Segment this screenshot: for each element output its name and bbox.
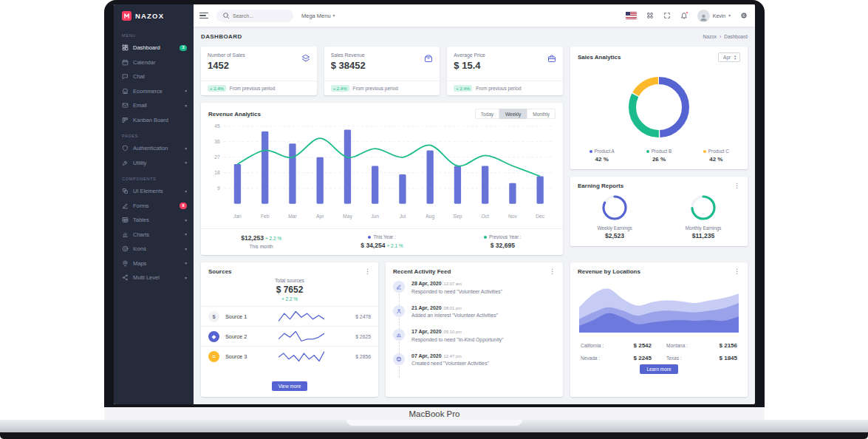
sidebar-nav: MENUDashboard3CalendarChatEcommerce▾Emai… <box>114 27 194 285</box>
revenue-series-delta: + 2.1 % <box>386 243 403 248</box>
source-row-source-1[interactable]: $Source 1$ 2478 <box>201 306 378 326</box>
view-more-button[interactable]: View more <box>272 381 308 391</box>
location-value: $ 2542 <box>634 342 652 349</box>
activity-time: 08:01 pm <box>444 306 462 310</box>
chart-2-icon <box>393 329 405 341</box>
activity-item: 28 Apr, 202012:07 amResponded to need "V… <box>393 281 556 305</box>
calendar-icon <box>122 59 129 66</box>
brand[interactable]: NAZOX <box>114 4 194 27</box>
svg-text:Dec: Dec <box>536 214 545 219</box>
user-menu[interactable]: Kevin ▾ <box>697 10 731 22</box>
breadcrumb-app[interactable]: Nazox <box>703 34 717 39</box>
activity-feed-card: Recent Activity Feed ⋮ 28 Apr, 202012:07… <box>386 262 563 397</box>
source-value: $ 2856 <box>344 354 371 359</box>
range-button-weekly[interactable]: Weekly <box>499 109 527 119</box>
sidebar-item-forms[interactable]: Forms8 <box>114 199 194 214</box>
sidebar-item-authentication[interactable]: Authentication▾ <box>114 141 194 156</box>
stat-card-value: 1452 <box>208 60 245 71</box>
revenue-footer-stat: $12,253+ 2.2 %This month <box>201 234 321 249</box>
location-stat-nevada-: Nevada :$ 2245 <box>581 355 652 361</box>
apps-grid-icon[interactable] <box>646 12 654 19</box>
laptop-bezel: NAZOX MENUDashboard3CalendarChatEcommerc… <box>104 0 765 407</box>
revenue-by-locations-title: Revenue by Locations <box>578 268 640 275</box>
legend-dot-icon <box>646 150 649 153</box>
icons-icon <box>122 245 129 252</box>
activity-date: 21 Apr, 202008:01 pm <box>411 305 556 310</box>
gear-icon[interactable] <box>740 12 748 19</box>
source-row-source-2[interactable]: ◆Source 2$ 2625 <box>201 326 378 346</box>
bell-icon[interactable] <box>680 12 688 19</box>
earning-value: $2,523 <box>570 232 659 239</box>
source-sparkline <box>258 330 344 343</box>
laptop-base <box>0 420 868 432</box>
sidebar-item-chat[interactable]: Chat <box>114 69 194 84</box>
sidebar-item-maps[interactable]: Maps▾ <box>114 256 194 271</box>
location-stat-montana-: Montana :$ 2156 <box>666 342 737 349</box>
activity-time: 12:47 pm <box>444 354 462 358</box>
stat-delta-badge: + 2.4% <box>454 85 472 92</box>
chevron-down-icon: ▾ <box>185 160 187 165</box>
activity-date: 28 Apr, 202012:07 am <box>411 281 556 286</box>
legend-value: 26 % <box>630 156 687 163</box>
activity-item: 17 Apr, 202005:10 pmResponded to need "I… <box>393 329 556 353</box>
search-icon <box>222 12 230 19</box>
sidebar-item-utility[interactable]: Utility▾ <box>114 156 194 171</box>
sidebar-item-email[interactable]: Email▾ <box>114 98 194 113</box>
series-dot-icon <box>368 236 371 239</box>
svg-text:Sep: Sep <box>453 214 462 220</box>
sidebar-item-ui-elements[interactable]: UI Elements▾ <box>114 184 194 199</box>
legend-label: Product C <box>708 149 729 154</box>
sidebar-item-tables[interactable]: Tables▾ <box>114 213 194 228</box>
sidebar-item-label: Kanban Board <box>133 117 187 123</box>
sidebar-item-kanban-board[interactable]: Kanban Board <box>114 113 194 128</box>
location-label: Texas : <box>666 355 682 361</box>
source-sparkline <box>258 310 344 323</box>
device-label: MacBook Pro <box>409 409 459 418</box>
sidebar-item-calendar[interactable]: Calendar <box>114 55 194 70</box>
search-box <box>216 10 293 22</box>
activity-list: 28 Apr, 202012:07 amResponded to need "V… <box>386 278 563 377</box>
chevron-down-icon: ▾ <box>185 247 187 251</box>
legend-item-product-c: Product C42 % <box>688 149 745 163</box>
source-2-icon: ◆ <box>208 331 219 342</box>
legend-label: Product A <box>595 149 615 154</box>
revenue-analytics-card: Revenue Analytics TodayWeeklyMonthly 918… <box>201 103 563 255</box>
kebab-menu-icon[interactable]: ⋮ <box>734 268 740 275</box>
sidebar-item-charts[interactable]: Charts▾ <box>114 228 194 242</box>
menu-toggle-icon[interactable] <box>199 13 208 19</box>
sidebar-item-multi-level[interactable]: Multi Level▾ <box>114 270 194 285</box>
stat-card-value: $ 15.4 <box>454 60 485 71</box>
range-button-today[interactable]: Today <box>475 109 499 119</box>
sidebar-item-dashboard[interactable]: Dashboard3 <box>114 41 194 55</box>
sidebar-item-icons[interactable]: Icons▾ <box>114 242 194 256</box>
kebab-menu-icon[interactable]: ⋮ <box>364 268 371 275</box>
language-flag-icon[interactable] <box>626 12 637 19</box>
location-value: $ 2156 <box>720 342 737 349</box>
pencil-icon <box>393 281 405 293</box>
kebab-menu-icon[interactable]: ⋮ <box>734 183 740 189</box>
fullscreen-icon[interactable] <box>663 12 671 19</box>
mega-menu[interactable]: Mega Menu ▾ <box>301 13 335 19</box>
location-stat-california-: California :$ 2542 <box>581 342 652 349</box>
kebab-menu-icon[interactable]: ⋮ <box>549 268 556 275</box>
range-button-monthly[interactable]: Monthly <box>527 109 556 119</box>
sidebar-badge: 3 <box>180 45 187 52</box>
legend-item-product-a: Product A42 % <box>573 149 630 163</box>
source-value: $ 2478 <box>344 314 371 319</box>
svg-text:45: 45 <box>214 123 220 129</box>
location-label: California : <box>581 343 604 348</box>
stat-delta-badge: + 2.4% <box>331 85 349 92</box>
month-select[interactable]: Apr ▲▼ <box>718 52 740 62</box>
learn-more-button[interactable]: Learn more <box>640 364 677 374</box>
source-row-source-3[interactable]: ≈Source 3$ 2856 <box>201 346 378 366</box>
search-input[interactable] <box>233 13 287 18</box>
location-label: Nevada : <box>581 355 600 361</box>
sidebar-item-ecommerce[interactable]: Ecommerce▾ <box>114 84 194 99</box>
legend-dot-icon <box>703 150 706 153</box>
source-3-icon: ≈ <box>208 351 219 362</box>
sidebar-item-label: Charts <box>133 231 180 238</box>
source-label: Source 1 <box>225 313 258 320</box>
stat-card-average-price: Average Price$ 15.4+ 2.4%From previous p… <box>447 47 563 95</box>
stat-card-sales-revenue: Sales Revenue$ 38452+ 2.4%From previous … <box>324 47 440 95</box>
stat-card-title: Sales Revenue <box>331 52 366 58</box>
